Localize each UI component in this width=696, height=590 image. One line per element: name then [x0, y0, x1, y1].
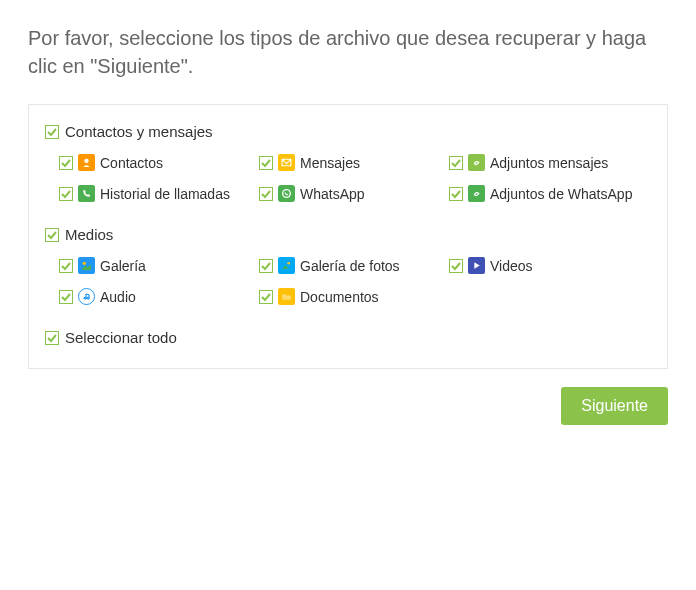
section-contacts-title: Contactos y mensajes	[65, 123, 213, 140]
contacts-icon	[78, 154, 95, 171]
label-audio: Audio	[100, 289, 136, 305]
section-media-title: Medios	[65, 226, 113, 243]
grid-media: Galería Galería de fotos Videos Audio Do…	[45, 257, 651, 305]
footer: Siguiente	[28, 387, 668, 425]
item-call-history: Historial de llamadas	[59, 185, 259, 202]
audio-icon	[78, 288, 95, 305]
label-messages: Mensajes	[300, 155, 360, 171]
select-all-label: Seleccionar todo	[65, 329, 177, 346]
item-wa-attachments: Adjuntos de WhatsApp	[449, 185, 651, 202]
checkbox-contacts[interactable]	[59, 156, 73, 170]
label-msg-attachments: Adjuntos mensajes	[490, 155, 608, 171]
svg-point-0	[84, 159, 88, 163]
item-msg-attachments: Adjuntos mensajes	[449, 154, 651, 171]
grid-contacts: Contactos Mensajes Adjuntos mensajes His…	[45, 154, 651, 202]
checkbox-whatsapp[interactable]	[259, 187, 273, 201]
label-documents: Documentos	[300, 289, 379, 305]
svg-point-2	[83, 262, 86, 265]
label-call-history: Historial de llamadas	[100, 186, 230, 202]
gallery-icon	[78, 257, 95, 274]
label-whatsapp: WhatsApp	[300, 186, 365, 202]
attachment-icon	[468, 154, 485, 171]
checkbox-audio[interactable]	[59, 290, 73, 304]
label-videos: Videos	[490, 258, 533, 274]
label-photo-gallery: Galería de fotos	[300, 258, 400, 274]
checkbox-select-all[interactable]	[45, 331, 59, 345]
item-contacts: Contactos	[59, 154, 259, 171]
label-contacts: Contactos	[100, 155, 163, 171]
label-gallery: Galería	[100, 258, 146, 274]
whatsapp-attachment-icon	[468, 185, 485, 202]
checkbox-gallery[interactable]	[59, 259, 73, 273]
item-videos: Videos	[449, 257, 651, 274]
folder-icon	[278, 288, 295, 305]
checkbox-videos[interactable]	[449, 259, 463, 273]
item-gallery: Galería	[59, 257, 259, 274]
label-wa-attachments: Adjuntos de WhatsApp	[490, 186, 632, 202]
checkbox-photo-gallery[interactable]	[259, 259, 273, 273]
item-whatsapp: WhatsApp	[259, 185, 449, 202]
checkbox-wa-attachments[interactable]	[449, 187, 463, 201]
instruction-text: Por favor, seleccione los tipos de archi…	[28, 24, 668, 80]
next-button[interactable]: Siguiente	[561, 387, 668, 425]
item-documents: Documentos	[259, 288, 449, 305]
whatsapp-icon	[278, 185, 295, 202]
video-icon	[468, 257, 485, 274]
section-media-header: Medios	[45, 226, 651, 243]
checkbox-call-history[interactable]	[59, 187, 73, 201]
phone-icon	[78, 185, 95, 202]
messages-icon	[278, 154, 295, 171]
photo-icon	[278, 257, 295, 274]
item-audio: Audio	[59, 288, 259, 305]
checkbox-msg-attachments[interactable]	[449, 156, 463, 170]
checkbox-section-contacts[interactable]	[45, 125, 59, 139]
checkbox-documents[interactable]	[259, 290, 273, 304]
selection-panel: Contactos y mensajes Contactos Mensajes …	[28, 104, 668, 369]
checkbox-messages[interactable]	[259, 156, 273, 170]
checkbox-section-media[interactable]	[45, 228, 59, 242]
select-all-row: Seleccionar todo	[45, 329, 651, 346]
svg-point-1	[283, 190, 291, 198]
item-photo-gallery: Galería de fotos	[259, 257, 449, 274]
svg-point-3	[287, 262, 290, 265]
item-messages: Mensajes	[259, 154, 449, 171]
section-contacts-header: Contactos y mensajes	[45, 123, 651, 140]
